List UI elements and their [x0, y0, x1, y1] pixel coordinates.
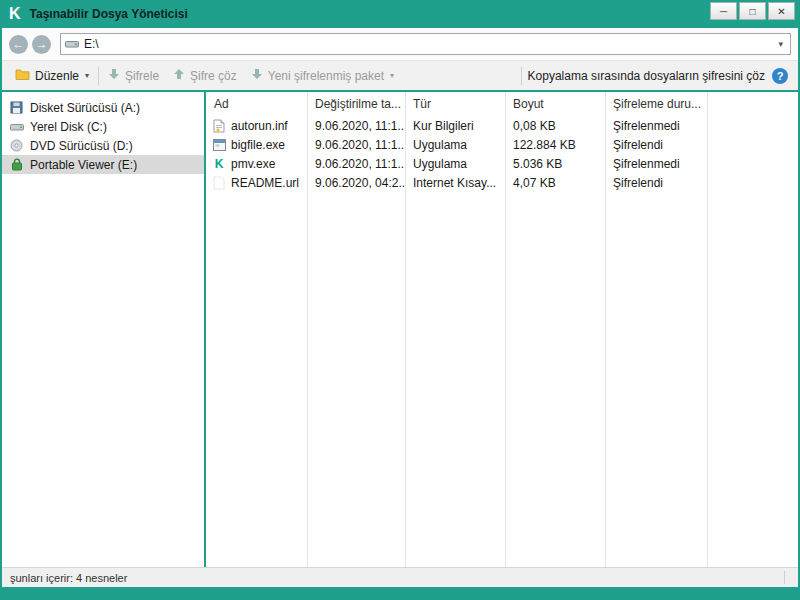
drive-sidebar: Disket Sürücüsü (A:) Yerel Disk (C:) DVD…: [2, 92, 204, 567]
drive-icon: [65, 38, 79, 50]
list-header: Ad Değiştirilme ta... Tür Boyut Şifrelem…: [206, 92, 798, 116]
hard-drive-icon: [9, 121, 24, 133]
file-size: 5.036 KB: [505, 157, 605, 171]
file-name: bigfile.exe: [231, 138, 285, 152]
package-arrow-icon: [251, 68, 263, 83]
kaspersky-logo-icon: K: [9, 0, 21, 28]
floppy-icon: [9, 101, 24, 114]
file-type: Kur Bilgileri: [405, 119, 505, 133]
decrypt-button[interactable]: Şifre çöz: [166, 61, 244, 90]
file-type: Internet Kısay...: [405, 176, 505, 190]
file-modified: 9.06.2020, 04:2...: [307, 176, 405, 190]
inf-file-icon: [212, 119, 226, 133]
sidebar-item-portable-viewer-e[interactable]: Portable Viewer (E:): [2, 155, 204, 174]
edit-caret-icon: ▾: [85, 71, 89, 80]
app-window: K Taşınabilir Dosya Yöneticisi ─ □ ✕ ← →…: [0, 0, 800, 600]
file-type: Uygulama: [405, 157, 505, 171]
column-header-encryption-status[interactable]: Şifreleme duru...: [605, 97, 707, 111]
kaspersky-file-icon: K: [212, 158, 226, 170]
decrypt-label: Şifre çöz: [190, 69, 237, 83]
sidebar-item-local-disk-c[interactable]: Yerel Disk (C:): [2, 117, 204, 136]
address-bar[interactable]: E:\ ▾: [60, 33, 791, 55]
file-size: 122.884 KB: [505, 138, 605, 152]
file-encryption-status: Şifrelenmedi: [605, 119, 707, 133]
dvd-icon: [9, 139, 24, 152]
file-size: 4,07 KB: [505, 176, 605, 190]
content-area: Disket Sürücüsü (A:) Yerel Disk (C:) DVD…: [2, 92, 798, 567]
address-text: E:\: [84, 37, 775, 51]
file-modified: 9.06.2020, 11:1...: [307, 138, 405, 152]
sidebar-item-dvd-d[interactable]: DVD Sürücüsü (D:): [2, 136, 204, 155]
sidebar-item-label: Yerel Disk (C:): [30, 120, 107, 134]
column-header-modified[interactable]: Değiştirilme ta...: [307, 97, 405, 111]
toolbar-divider: [521, 67, 522, 85]
folder-icon: [15, 68, 30, 83]
sidebar-item-label: DVD Sürücüsü (D:): [30, 139, 133, 153]
window-controls: ─ □ ✕: [710, 2, 795, 20]
toolbar-divider: [98, 67, 99, 85]
statusbar-divider: [784, 571, 785, 584]
file-row-pmv[interactable]: K pmv.exe 9.06.2020, 11:1... Uygulama 5.…: [206, 154, 798, 173]
file-type: Uygulama: [405, 138, 505, 152]
file-encryption-status: Şifrelendi: [605, 176, 707, 190]
file-name: README.url: [231, 176, 299, 190]
lock-icon: [9, 158, 24, 171]
sidebar-item-label: Disket Sürücüsü (A:): [30, 101, 140, 115]
title-bar: K Taşınabilir Dosya Yöneticisi ─ □ ✕: [2, 0, 798, 28]
file-row-bigfile[interactable]: bigfile.exe 9.06.2020, 11:1... Uygulama …: [206, 135, 798, 154]
decrypt-arrow-icon: [173, 68, 185, 83]
encrypt-button[interactable]: Şifrele: [101, 61, 166, 90]
file-size: 0,08 KB: [505, 119, 605, 133]
new-package-caret-icon: ▾: [390, 71, 394, 80]
copy-decrypt-label: Kopyalama sırasında dosyaların şifresini…: [528, 69, 765, 83]
edit-menu-label: Düzenle: [35, 69, 79, 83]
file-name: pmv.exe: [231, 157, 275, 171]
close-icon: ✕: [777, 6, 785, 17]
column-header-size[interactable]: Boyut: [505, 97, 605, 111]
status-bar: şunları içerir: 4 nesneler: [2, 567, 798, 587]
address-dropdown-icon[interactable]: ▾: [775, 39, 786, 49]
bottom-accent-bar: [2, 587, 798, 600]
forward-button[interactable]: →: [32, 35, 51, 54]
back-button[interactable]: ←: [9, 35, 28, 54]
minimize-icon: ─: [720, 6, 727, 17]
sidebar-item-label: Portable Viewer (E:): [30, 158, 137, 172]
file-name: autorun.inf: [231, 119, 288, 133]
toolbar: Düzenle ▾ Şifrele Şifre çöz Yeni şifrele…: [2, 61, 798, 90]
file-row-autorun[interactable]: autorun.inf 9.06.2020, 11:1... Kur Bilgi…: [206, 116, 798, 135]
encrypt-label: Şifrele: [125, 69, 159, 83]
close-button[interactable]: ✕: [768, 2, 795, 20]
new-encrypted-package-button[interactable]: Yeni şifrelenmiş paket ▾: [244, 61, 401, 90]
edit-menu-button[interactable]: Düzenle ▾: [8, 61, 96, 90]
sidebar-item-floppy-a[interactable]: Disket Sürücüsü (A:): [2, 98, 204, 117]
file-modified: 9.06.2020, 11:1...: [307, 119, 405, 133]
window-title: Taşınabilir Dosya Yöneticisi: [30, 7, 188, 21]
minimize-button[interactable]: ─: [710, 2, 737, 20]
help-icon[interactable]: ?: [772, 68, 788, 84]
back-arrow-icon: ←: [13, 37, 25, 51]
column-header-type[interactable]: Tür: [405, 97, 505, 111]
url-file-icon: [212, 176, 226, 190]
encrypt-arrow-icon: [108, 68, 120, 83]
copy-decrypt-group: Kopyalama sırasında dosyaların şifresini…: [524, 68, 792, 84]
exe-file-icon: [212, 139, 226, 151]
file-encryption-status: Şifrelendi: [605, 138, 707, 152]
file-modified: 9.06.2020, 11:1...: [307, 157, 405, 171]
navigation-bar: ← → E:\ ▾: [2, 28, 798, 61]
file-list-panel: Ad Değiştirilme ta... Tür Boyut Şifrelem…: [206, 92, 798, 567]
file-row-readme[interactable]: README.url 9.06.2020, 04:2... Internet K…: [206, 173, 798, 192]
maximize-icon: □: [749, 6, 755, 17]
file-encryption-status: Şifrelenmedi: [605, 157, 707, 171]
column-header-name[interactable]: Ad: [206, 97, 307, 111]
forward-arrow-icon: →: [36, 37, 48, 51]
new-package-label: Yeni şifrelenmiş paket: [268, 69, 384, 83]
maximize-button[interactable]: □: [739, 2, 766, 20]
status-text: şunları içerir: 4 nesneler: [10, 572, 127, 584]
